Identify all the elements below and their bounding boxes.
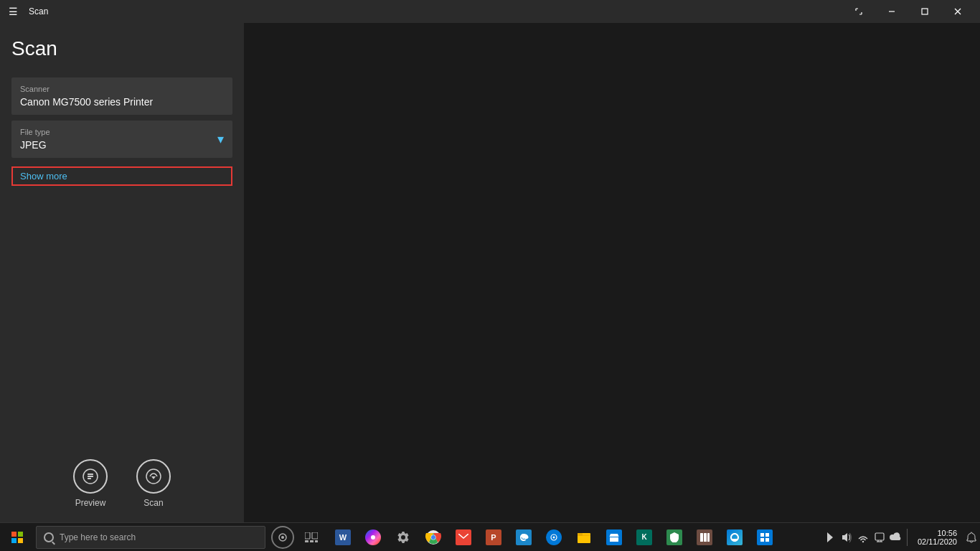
svg-rect-31 — [704, 533, 707, 542]
svg-rect-12 — [11, 538, 17, 543]
scan-button[interactable]: Scan — [136, 459, 171, 508]
scanner-value: Canon MG7500 series Printer — [20, 96, 224, 108]
minimize-button[interactable] — [875, 0, 908, 23]
svg-rect-7 — [88, 478, 91, 479]
preview-icon — [73, 459, 108, 494]
svg-rect-6 — [88, 476, 93, 477]
mail-icon[interactable] — [449, 523, 478, 552]
scan-label: Scan — [143, 498, 163, 508]
start-button[interactable] — [0, 523, 34, 552]
expand-button[interactable] — [842, 0, 875, 23]
shield-icon[interactable] — [660, 523, 689, 552]
tray-divider — [907, 529, 908, 546]
scan-icon — [136, 459, 171, 494]
powerpoint-icon[interactable]: P — [479, 523, 508, 552]
preview-svg — [82, 468, 99, 485]
taskbar-cortana-area — [268, 523, 326, 552]
file-type-field[interactable]: File type JPEG ▾ — [11, 121, 232, 158]
svg-rect-13 — [18, 538, 23, 543]
network-svg — [857, 532, 869, 543]
svg-marker-33 — [827, 532, 833, 542]
page-title: Scan — [11, 37, 232, 60]
taskbar-search[interactable]: Type here to search — [36, 526, 265, 549]
scanner-field[interactable]: Scanner Canon MG7500 series Printer — [11, 77, 232, 115]
system-tray — [820, 529, 912, 546]
svg-rect-10 — [11, 532, 17, 537]
title-bar-controls — [842, 0, 974, 23]
taskbar-search-placeholder: Type here to search — [60, 532, 136, 542]
svg-point-15 — [281, 536, 284, 539]
svg-point-25 — [431, 535, 435, 540]
file-explorer-icon[interactable] — [570, 523, 598, 552]
show-more-button[interactable]: Show more — [11, 166, 232, 186]
svg-point-34 — [862, 540, 864, 542]
left-panel: Scan Scanner Canon MG7500 series Printer… — [0, 23, 244, 522]
svg-rect-35 — [875, 533, 884, 540]
cloud-svg — [890, 532, 903, 542]
scan-svg — [145, 468, 162, 485]
preview-button[interactable]: Preview — [73, 459, 108, 508]
preview-label: Preview — [75, 498, 106, 508]
svg-rect-32 — [707, 533, 710, 542]
svg-marker-9 — [151, 476, 156, 479]
volume-svg — [841, 532, 852, 543]
action-center-icon[interactable] — [872, 530, 887, 545]
title-bar-left: ☰ Scan — [6, 6, 48, 17]
cloud-icon[interactable] — [889, 530, 903, 545]
file-type-chevron: ▾ — [217, 131, 224, 147]
photos-icon[interactable] — [359, 523, 387, 552]
clock-date: 02/11/2020 — [918, 537, 957, 546]
app-container: Scan Scanner Canon MG7500 series Printer… — [0, 23, 980, 522]
cortana-button[interactable] — [271, 526, 294, 549]
main-area — [244, 23, 980, 522]
title-bar: ☰ Scan — [0, 0, 980, 23]
notification-button[interactable] — [963, 529, 980, 546]
title-bar-app-name: Scan — [29, 6, 48, 17]
file-type-value: JPEG — [20, 139, 50, 151]
cortana-app-icon[interactable] — [540, 523, 568, 552]
maximize-button[interactable] — [908, 0, 941, 23]
windows-logo-icon — [11, 532, 23, 543]
taskbar: Type here to search W — [0, 522, 980, 551]
action-center-svg — [875, 532, 885, 542]
close-icon — [954, 8, 961, 15]
svg-rect-20 — [315, 540, 318, 542]
clock-time: 10:56 — [937, 529, 957, 537]
edge-legacy-icon[interactable] — [509, 523, 538, 552]
tray-overflow-icon — [827, 532, 833, 542]
snip-sketch-icon[interactable] — [750, 523, 779, 552]
svg-rect-19 — [310, 540, 314, 542]
svg-rect-1 — [922, 9, 928, 14]
minimize-icon — [888, 8, 895, 15]
volume-icon[interactable] — [839, 530, 854, 545]
svg-rect-18 — [305, 540, 308, 542]
task-view-button[interactable] — [300, 523, 323, 552]
settings-icon[interactable] — [389, 523, 418, 552]
notification-bell-icon — [966, 532, 976, 543]
bottom-buttons: Preview Scan — [0, 459, 244, 508]
close-button[interactable] — [941, 0, 974, 23]
file-type-label: File type — [20, 128, 50, 136]
books-icon[interactable] — [690, 523, 719, 552]
taskbar-pinned-apps: W — [326, 523, 782, 552]
tray-overflow-button[interactable] — [823, 530, 837, 545]
store-icon[interactable] — [600, 523, 628, 552]
scanner-label: Scanner — [20, 85, 224, 93]
network-icon[interactable] — [856, 530, 870, 545]
edge-chromium-icon[interactable] — [720, 523, 749, 552]
clock-area[interactable]: 10:56 02/11/2020 — [912, 529, 963, 546]
svg-rect-5 — [88, 474, 93, 475]
kaspersky-icon[interactable]: K — [630, 523, 659, 552]
svg-rect-30 — [700, 533, 703, 542]
hamburger-icon[interactable]: ☰ — [6, 6, 20, 17]
svg-point-21 — [371, 535, 375, 540]
task-view-icon — [305, 532, 318, 542]
svg-point-27 — [553, 536, 555, 538]
cortana-icon — [278, 532, 288, 542]
svg-rect-17 — [312, 532, 318, 539]
word-icon[interactable]: W — [329, 523, 357, 552]
svg-rect-11 — [18, 532, 23, 537]
expand-icon — [855, 8, 862, 15]
svg-rect-16 — [305, 532, 310, 539]
chrome-icon[interactable] — [419, 523, 448, 552]
